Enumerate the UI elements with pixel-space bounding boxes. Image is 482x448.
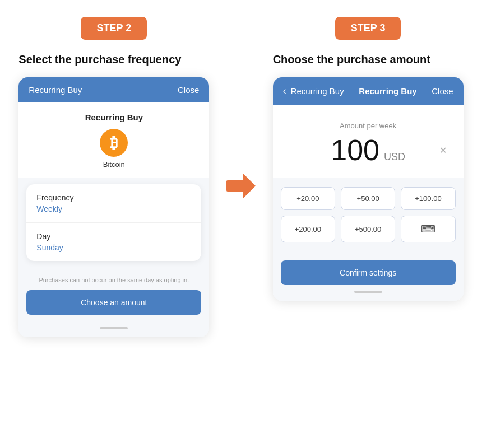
amount-display: 100 USD ✕ (284, 133, 452, 167)
day-label: Day (36, 232, 191, 241)
frequency-label: Frequency (36, 193, 191, 202)
amount-section: Amount per week 100 USD ✕ (273, 105, 464, 178)
step3-header-left: ‹ Recurring Buy (283, 85, 344, 97)
bottom-indicator (100, 327, 128, 329)
recurring-buy-label: Recurring Buy (18, 102, 209, 129)
step2-title: Select the purchase frequency (18, 53, 181, 66)
step2-phone: Recurring Buy Close Recurring Buy ₿ Bitc… (18, 77, 209, 337)
step3-back-label: Recurring Buy (291, 86, 344, 96)
arrow-container (224, 17, 258, 198)
frequency-row[interactable]: Frequency Weekly (26, 184, 201, 223)
keyboard-button[interactable]: ⌨ (401, 216, 455, 242)
amounts-row1: +20.00 +50.00 +100.00 (281, 187, 456, 210)
step3-phone-header: ‹ Recurring Buy Recurring Buy Close (273, 77, 464, 105)
step3-phone: ‹ Recurring Buy Recurring Buy Close Amou… (273, 77, 464, 301)
day-row[interactable]: Day Sunday (26, 223, 201, 261)
step3-bottom: Confirm settings (273, 251, 464, 285)
btc-icon-wrapper: ₿ Bitcoin (18, 129, 209, 178)
amount-number: 100 (331, 133, 379, 167)
amount-btn-100[interactable]: +100.00 (401, 187, 455, 210)
amount-btn-20[interactable]: +20.00 (281, 187, 335, 210)
step3-header-title: Recurring Buy (359, 86, 416, 96)
amount-currency: USD (384, 151, 405, 163)
step3-bottom-bar (273, 285, 464, 301)
step2-bottom: Purchases can not occur on the same day … (18, 268, 209, 321)
step2-close-button[interactable]: Close (178, 85, 199, 95)
step2-header-title: Recurring Buy (29, 85, 82, 95)
amount-btn-500[interactable]: +500.00 (341, 216, 395, 242)
amount-clear-button[interactable]: ✕ (439, 145, 447, 156)
page-container: STEP 2 Select the purchase frequency Rec… (11, 17, 471, 337)
step2-phone-header: Recurring Buy Close (18, 77, 209, 102)
quick-amounts-section: +20.00 +50.00 +100.00 +200.00 +500.00 ⌨ (273, 178, 464, 251)
settings-card: Frequency Weekly Day Sunday (26, 184, 201, 261)
frequency-value: Weekly (36, 204, 191, 213)
confirm-settings-button[interactable]: Confirm settings (281, 260, 456, 285)
coin-label: Bitcoin (103, 160, 125, 169)
step2-section: STEP 2 Select the purchase frequency Rec… (18, 17, 209, 337)
keyboard-icon: ⌨ (421, 223, 435, 235)
bitcoin-icon: ₿ (100, 129, 128, 157)
step3-title: Choose the purchase amount (273, 53, 430, 66)
back-arrow-icon[interactable]: ‹ (283, 85, 286, 97)
step3-section: STEP 3 Choose the purchase amount ‹ Recu… (273, 17, 464, 301)
step2-badge: STEP 2 (81, 17, 147, 40)
choose-amount-button[interactable]: Choose an amount (26, 290, 201, 315)
arrow-right-icon (243, 174, 256, 198)
bottom-indicator-2 (354, 291, 382, 293)
purchase-note: Purchases can not occur on the same day … (26, 277, 201, 283)
step3-phone-body: Amount per week 100 USD ✕ +20.00 +50.00 … (273, 105, 464, 301)
amount-btn-200[interactable]: +200.00 (281, 216, 335, 242)
step3-badge: STEP 3 (335, 17, 401, 40)
step3-close-button[interactable]: Close (432, 86, 453, 96)
amount-label: Amount per week (340, 122, 396, 130)
step2-phone-body: Recurring Buy ₿ Bitcoin Frequency Weekly… (18, 102, 209, 337)
step2-bottom-bar (18, 321, 209, 337)
amount-btn-50[interactable]: +50.00 (341, 187, 395, 210)
day-value: Sunday (36, 243, 191, 252)
amounts-row2: +200.00 +500.00 ⌨ (281, 216, 456, 242)
